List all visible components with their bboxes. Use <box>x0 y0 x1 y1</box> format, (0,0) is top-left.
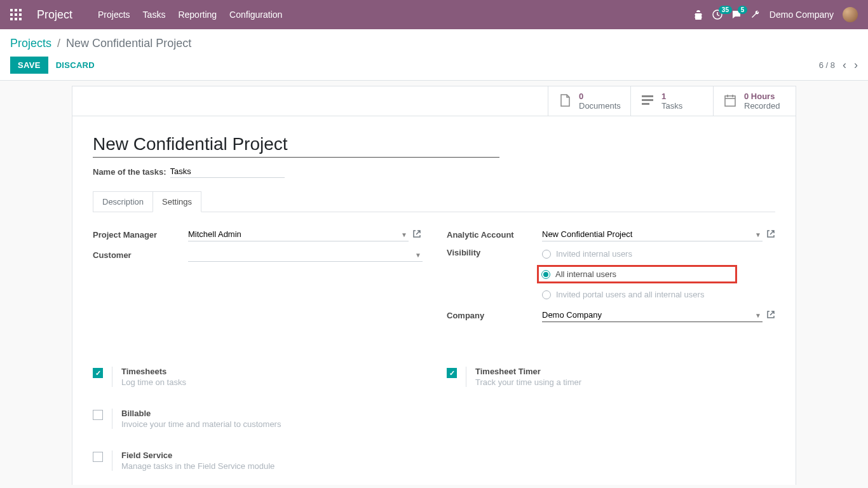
radio-label: Invited portal users and all internal us… <box>556 290 704 299</box>
customer-label: Customer <box>93 250 188 260</box>
nav-projects[interactable]: Projects <box>98 10 130 20</box>
pager-next-icon[interactable]: › <box>854 58 858 72</box>
save-button[interactable]: SAVE <box>10 57 48 74</box>
main-content: 0 Documents 1 Tasks 0 Hours <box>0 81 868 485</box>
stat-hours[interactable]: 0 Hours Recorded <box>713 86 796 116</box>
company-switcher[interactable]: Demo Company <box>770 10 834 20</box>
breadcrumb: Projects / New Confidential Project <box>10 37 858 50</box>
chat-icon[interactable]: 5 <box>731 10 742 20</box>
option-title: Timesheet Timer <box>475 367 581 376</box>
discard-button[interactable]: DISCARD <box>48 57 102 74</box>
fieldservice-checkbox[interactable] <box>93 452 103 462</box>
external-link-icon[interactable] <box>766 310 775 321</box>
apps-menu-icon[interactable] <box>10 9 22 20</box>
user-avatar[interactable] <box>843 7 858 22</box>
clock-badge: 35 <box>719 6 732 14</box>
option-billable: Billable Invoice your time and material … <box>93 409 421 429</box>
analytic-account-select[interactable] <box>542 227 763 241</box>
project-manager-select[interactable] <box>188 227 409 241</box>
project-manager-label: Project Manager <box>93 230 188 240</box>
top-navbar: Project Projects Tasks Reporting Configu… <box>0 0 868 29</box>
stat-tasks-value: 1 <box>661 92 682 101</box>
app-brand[interactable]: Project <box>37 8 72 22</box>
svg-rect-2 <box>642 99 653 101</box>
nav-configuration[interactable]: Configuration <box>229 10 282 20</box>
option-title: Billable <box>121 409 281 418</box>
analytic-account-label: Analytic Account <box>447 230 542 240</box>
option-desc: Log time on tasks <box>121 377 186 387</box>
pager-text: 6 / 8 <box>819 60 835 70</box>
option-title: Field Service <box>121 451 275 460</box>
clock-icon[interactable]: 35 <box>712 10 722 20</box>
company-label: Company <box>447 311 542 320</box>
visibility-opt-invited-internal[interactable]: Invited internal users <box>542 249 775 259</box>
external-link-icon[interactable] <box>766 229 775 240</box>
radio-label: All internal users <box>555 269 616 279</box>
notebook-tabs: Description Settings <box>93 191 775 212</box>
task-name-label: Name of the tasks: <box>93 167 166 177</box>
stat-hours-value: 0 Hours <box>744 92 780 101</box>
task-name-input[interactable] <box>170 165 285 178</box>
external-link-icon[interactable] <box>412 229 421 240</box>
option-field-service: Field Service Manage tasks in the Field … <box>93 451 421 471</box>
control-panel: Projects / New Confidential Project SAVE… <box>0 29 868 81</box>
visibility-opt-portal[interactable]: Invited portal users and all internal us… <box>542 290 775 299</box>
option-timesheet-timer: Timesheet Timer Track your time using a … <box>447 367 775 387</box>
project-name-input[interactable] <box>93 132 499 158</box>
nav-tasks[interactable]: Tasks <box>143 10 166 20</box>
visibility-label: Visibility <box>447 248 542 257</box>
nav-reporting[interactable]: Reporting <box>178 10 217 20</box>
pager: 6 / 8 ‹ › <box>819 58 858 72</box>
svg-rect-3 <box>642 103 649 105</box>
visibility-opt-all-internal[interactable]: All internal users <box>541 269 731 279</box>
tab-description[interactable]: Description <box>93 191 153 212</box>
chat-badge: 5 <box>738 6 748 14</box>
stat-buttons: 0 Documents 1 Tasks 0 Hours <box>72 86 796 116</box>
breadcrumb-current: New Confidential Project <box>66 37 191 50</box>
stat-tasks-label: Tasks <box>661 101 682 111</box>
stat-documents[interactable]: 0 Documents <box>548 86 630 116</box>
breadcrumb-root[interactable]: Projects <box>10 37 51 50</box>
nav-links: Projects Tasks Reporting Configuration <box>98 10 282 20</box>
tasks-icon <box>640 93 655 110</box>
calendar-icon <box>722 93 738 110</box>
stat-documents-value: 0 <box>579 92 621 101</box>
radio-label: Invited internal users <box>556 249 632 259</box>
option-title: Timesheets <box>121 367 186 376</box>
bug-icon[interactable] <box>693 10 703 20</box>
form-sheet: 0 Documents 1 Tasks 0 Hours <box>72 86 796 485</box>
customer-select[interactable] <box>188 248 423 262</box>
billable-checkbox[interactable] <box>93 410 103 420</box>
highlight-box: All internal users <box>537 265 737 283</box>
documents-icon <box>557 93 573 110</box>
pager-prev-icon[interactable]: ‹ <box>843 58 846 72</box>
option-desc: Manage tasks in the Field Service module <box>121 461 275 471</box>
timer-checkbox[interactable] <box>447 368 457 378</box>
stat-documents-label: Documents <box>579 101 621 111</box>
radio-icon <box>542 290 551 299</box>
radio-icon <box>542 250 551 259</box>
option-timesheets: Timesheets Log time on tasks <box>93 367 421 387</box>
stat-hours-label: Recorded <box>744 101 780 111</box>
company-select[interactable] <box>542 308 763 322</box>
radio-icon <box>541 270 550 279</box>
timesheets-checkbox[interactable] <box>93 368 103 378</box>
svg-rect-4 <box>725 96 735 106</box>
stat-tasks[interactable]: 1 Tasks <box>630 86 713 116</box>
option-desc: Invoice your time and material to custom… <box>121 419 281 429</box>
option-desc: Track your time using a timer <box>475 377 581 387</box>
tab-settings[interactable]: Settings <box>153 191 201 212</box>
svg-rect-1 <box>642 95 653 97</box>
wrench-icon[interactable] <box>750 10 761 20</box>
